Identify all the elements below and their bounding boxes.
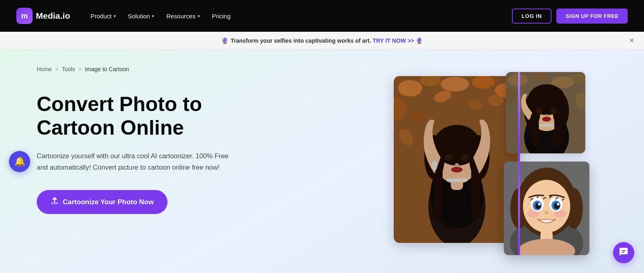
svg-rect-0: [51, 202, 58, 204]
nav-pricing-label: Pricing: [212, 13, 231, 20]
svg-point-4: [441, 77, 469, 92]
hero-description: Cartoonize yourself with our ultra cool …: [37, 150, 236, 173]
close-button[interactable]: ×: [629, 36, 634, 45]
floating-notification[interactable]: 🔔: [9, 151, 30, 172]
announcement-emoji-left: 🔮: [221, 37, 228, 44]
left-panel: Home > Tools > Image to Cartoon Convert …: [0, 50, 335, 273]
chevron-down-icon-3: ▾: [198, 14, 200, 18]
svg-rect-50: [539, 124, 554, 127]
chat-bubble[interactable]: [613, 242, 634, 263]
logo-text: Media.io: [36, 11, 70, 21]
upload-icon: [51, 197, 59, 207]
logo[interactable]: m Media.io: [16, 8, 70, 24]
divider-line: [518, 72, 520, 255]
cartoon-photo-bottom: [504, 162, 589, 255]
main-photo-svg: [394, 76, 520, 243]
svg-point-9: [411, 111, 426, 122]
nav-product-label: Product: [90, 13, 112, 20]
svg-point-46: [536, 108, 543, 114]
svg-point-69: [545, 211, 549, 214]
nav-item-product[interactable]: Product ▾: [85, 9, 121, 23]
svg-point-25: [461, 154, 469, 161]
svg-point-58: [523, 180, 570, 233]
svg-rect-73: [622, 252, 624, 253]
bell-icon: 🔔: [14, 156, 25, 167]
svg-point-67: [538, 203, 540, 205]
nav-solution-label: Solution: [128, 13, 150, 20]
navbar: m Media.io Product ▾ Solution ▾ Resource…: [0, 0, 644, 32]
cta-label: Cartoonize Your Photo Now: [63, 198, 154, 206]
svg-point-10: [487, 95, 504, 106]
cta-button[interactable]: Cartoonize Your Photo Now: [37, 190, 168, 214]
svg-point-26: [455, 163, 459, 166]
chat-icon: [619, 247, 629, 259]
chevron-down-icon-2: ▾: [152, 14, 154, 18]
svg-rect-28: [447, 179, 467, 182]
svg-rect-44: [532, 113, 539, 145]
breadcrumb-home[interactable]: Home: [37, 66, 52, 72]
announcement-emoji-right: 🔮: [416, 37, 423, 44]
svg-point-48: [545, 114, 548, 117]
hero-title: Convert Photo to Cartoon Online: [37, 93, 240, 140]
login-button[interactable]: LOG IN: [512, 9, 552, 24]
nav-right: LOG IN SIGN UP FOR FREE: [512, 9, 628, 24]
nav-resources-label: Resources: [166, 13, 196, 20]
announcement-cta[interactable]: TRY IT NOW >>: [373, 37, 414, 44]
svg-rect-72: [622, 250, 626, 251]
breadcrumb-sep-2: >: [78, 66, 82, 72]
main-content: 🔔 Home > Tools > Image to Cartoon Conver…: [0, 50, 644, 273]
right-panel: [335, 50, 644, 273]
nav-item-pricing[interactable]: Pricing: [206, 9, 236, 23]
main-photo: [394, 76, 520, 243]
nav-links: Product ▾ Solution ▾ Resources ▾ Pricing: [85, 9, 512, 23]
nav-item-resources[interactable]: Resources ▾: [161, 9, 205, 23]
breadcrumb-tools[interactable]: Tools: [62, 66, 75, 72]
svg-point-49: [542, 117, 551, 122]
signup-button[interactable]: SIGN UP FOR FREE: [556, 9, 628, 24]
svg-point-27: [451, 167, 463, 173]
logo-icon: m: [16, 8, 33, 24]
svg-point-29: [432, 161, 437, 170]
image-showcase: [386, 72, 585, 251]
announcement-bar: 🔮 Transform your selfies into captivatin…: [0, 32, 644, 50]
svg-point-2: [398, 80, 422, 96]
breadcrumb-current: Image to Cartoon: [85, 66, 129, 72]
svg-point-47: [551, 108, 557, 114]
chevron-down-icon: ▾: [114, 14, 116, 18]
nav-item-solution[interactable]: Solution ▾: [122, 9, 160, 23]
announcement-text: Transform your selfies into captivating …: [231, 37, 371, 44]
breadcrumb-sep-1: >: [55, 66, 58, 72]
svg-point-24: [445, 154, 453, 161]
breadcrumb: Home > Tools > Image to Cartoon: [37, 66, 311, 72]
svg-point-68: [557, 203, 559, 205]
svg-rect-45: [554, 113, 562, 145]
svg-point-5: [472, 76, 495, 89]
